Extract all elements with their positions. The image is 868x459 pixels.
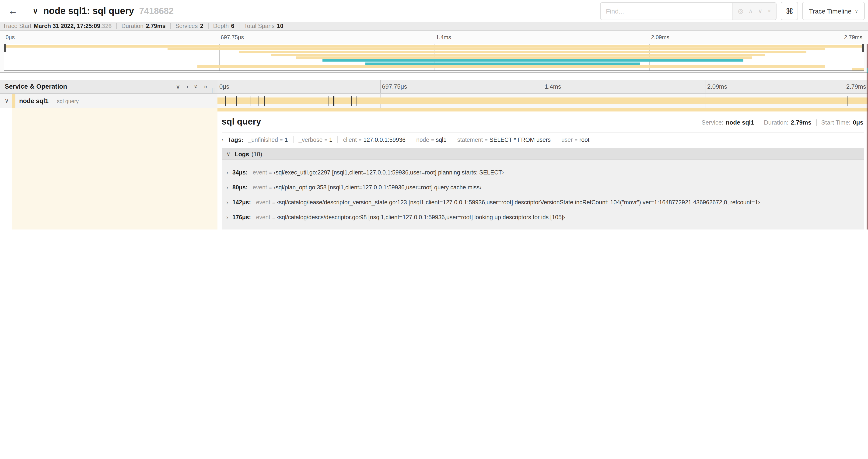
service-operation-header: Service & Operation ∨ › » » || bbox=[0, 80, 217, 94]
span-detail-area: sql query Service:node sql1Duration:2.79… bbox=[0, 108, 868, 230]
span-log-marker bbox=[357, 96, 357, 106]
back-button[interactable]: ← bbox=[0, 0, 26, 22]
span-duration-bar[interactable] bbox=[217, 97, 868, 104]
log-expand-chevron-icon[interactable]: › bbox=[226, 184, 228, 191]
locate-icon[interactable]: ◎ bbox=[738, 7, 743, 14]
tag-key: user bbox=[561, 136, 573, 143]
tag-key: statement bbox=[457, 136, 483, 143]
service-operation-label: Service & Operation bbox=[5, 80, 67, 93]
page-title: node sql1: sql query bbox=[43, 6, 134, 16]
tag-value: sql1 bbox=[436, 136, 446, 143]
next-result-icon[interactable]: ∨ bbox=[758, 7, 763, 14]
tag-equals: = bbox=[575, 137, 578, 142]
log-timestamp: 80μs: bbox=[232, 184, 248, 191]
span-row-name-cell[interactable]: ∨ node sql1 sql query bbox=[0, 94, 217, 108]
tag-divider bbox=[452, 136, 452, 143]
tag-key: _unfinished bbox=[248, 136, 278, 143]
collapse-controls: ∨ › » » bbox=[176, 80, 207, 93]
ruler-tick-label: 697.75μs bbox=[219, 31, 244, 44]
trace-title-group: ∨ node sql1: sql query 7418682 bbox=[33, 0, 174, 22]
tag-value: 1 bbox=[329, 136, 333, 143]
span-log-marker bbox=[351, 96, 352, 106]
minimap-canvas[interactable] bbox=[4, 44, 864, 71]
summary-divider bbox=[116, 23, 117, 29]
log-equals: = bbox=[269, 170, 272, 175]
log-row[interactable]: ›34μs:event=‹sql/exec_util.go:2297 [nsql… bbox=[222, 165, 864, 180]
logs-list: ›34μs:event=‹sql/exec_util.go:2297 [nsql… bbox=[222, 160, 864, 230]
find-input[interactable] bbox=[601, 3, 733, 19]
collapse-all-icon[interactable]: » bbox=[192, 85, 199, 88]
minimap-span-bar bbox=[365, 62, 640, 65]
log-field-value: ‹sql/exec_util.go:2297 [nsql1,client=127… bbox=[274, 169, 504, 176]
ruler-tick-label: 2.79ms bbox=[844, 31, 862, 44]
tags-accordion[interactable]: › Tags: _unfinished=1_verbose=1client=12… bbox=[217, 132, 864, 146]
minimap-right-scrubber[interactable] bbox=[862, 44, 864, 52]
jaeger-trace-page: ← ∨ node sql1: sql query 7418682 ◎ ∧ ∨ ×… bbox=[0, 0, 868, 230]
tag-equals: = bbox=[280, 137, 283, 142]
span-expand-chevron-icon[interactable]: ∨ bbox=[5, 94, 9, 108]
span-log-marker bbox=[333, 96, 334, 106]
span-row-timeline-cell[interactable] bbox=[217, 94, 868, 108]
tag-equals: = bbox=[359, 137, 362, 142]
span-meta: Service:node sql1Duration:2.79msStart Ti… bbox=[702, 119, 863, 126]
span-log-marker bbox=[236, 96, 237, 106]
keyboard-shortcuts-button[interactable]: ⌘ bbox=[781, 2, 798, 20]
timeline-header: Service & Operation ∨ › » » || 0μs697.75… bbox=[0, 80, 868, 94]
ruler-tick-label: 1.4ms bbox=[543, 80, 561, 93]
log-expand-chevron-icon[interactable]: › bbox=[226, 169, 228, 176]
span-log-marker bbox=[375, 96, 376, 106]
span-log-marker bbox=[251, 96, 251, 106]
expand-one-icon[interactable]: › bbox=[186, 83, 188, 90]
trace-collapse-chevron-icon[interactable]: ∨ bbox=[33, 6, 38, 15]
span-color-strip bbox=[12, 94, 16, 108]
expand-all-icon[interactable]: » bbox=[204, 83, 207, 90]
span-operation-name: sql query bbox=[57, 94, 79, 109]
meta-value: 2.79ms bbox=[791, 119, 811, 126]
tag-key: client bbox=[343, 136, 357, 143]
log-expand-chevron-icon[interactable]: › bbox=[226, 214, 228, 221]
clear-search-icon[interactable]: × bbox=[768, 7, 771, 14]
log-timestamp: 142μs: bbox=[232, 199, 251, 206]
summary-value: 2 bbox=[200, 22, 204, 30]
prev-result-icon[interactable]: ∧ bbox=[748, 7, 753, 14]
tag-divider bbox=[411, 136, 411, 143]
log-expand-chevron-icon[interactable]: › bbox=[226, 229, 228, 230]
header-toolbar: ◎ ∧ ∨ × ⌘ Trace Timeline ∨ bbox=[600, 2, 865, 20]
log-row[interactable]: ›176μs:event=‹sql/catalog/descs/descript… bbox=[222, 210, 864, 225]
meta-value: 0μs bbox=[853, 119, 863, 126]
logs-accordion: ∨ Logs (18) ›34μs:event=‹sql/exec_util.g… bbox=[222, 148, 864, 230]
summary-value: 6 bbox=[231, 22, 234, 30]
tag-value: root bbox=[579, 136, 589, 143]
column-resizer[interactable]: || bbox=[212, 87, 215, 93]
log-field-value: ‹sql/catalog/lease/descriptor_version_st… bbox=[277, 229, 762, 230]
log-row[interactable]: ›80μs:event=‹sql/plan_opt.go:358 [nsql1,… bbox=[222, 180, 864, 195]
trace-view-selector[interactable]: Trace Timeline ∨ bbox=[802, 2, 865, 20]
meta-divider bbox=[759, 119, 759, 126]
summary-value-fraction: .326 bbox=[100, 22, 112, 30]
ruler-tick-label: 2.09ms bbox=[705, 80, 727, 93]
meta-divider bbox=[816, 119, 816, 126]
span-log-marker bbox=[303, 96, 303, 106]
collapse-one-icon[interactable]: ∨ bbox=[176, 83, 180, 90]
minimap-span-bar bbox=[4, 45, 864, 47]
tags-chevron-icon: › bbox=[222, 136, 223, 143]
log-expand-chevron-icon[interactable]: › bbox=[226, 199, 228, 206]
log-field-key: event bbox=[256, 229, 270, 230]
ruler-tick-label: 0μs bbox=[217, 80, 229, 93]
tag-value: 1 bbox=[285, 136, 288, 143]
trace-view-selector-label: Trace Timeline bbox=[809, 7, 852, 15]
span-log-marker bbox=[258, 96, 259, 106]
minimap-left-scrubber[interactable] bbox=[4, 44, 6, 52]
log-row[interactable]: ›142μs:event=‹sql/catalog/lease/descript… bbox=[222, 195, 864, 210]
top-header: ← ∨ node sql1: sql query 7418682 ◎ ∧ ∨ ×… bbox=[0, 0, 868, 22]
tag-key: node bbox=[416, 136, 429, 143]
span-detail-panel: sql query Service:node sql1Duration:2.79… bbox=[217, 111, 864, 230]
tag-divider bbox=[293, 136, 293, 143]
detail-row-accent-bar bbox=[217, 108, 868, 111]
logs-header[interactable]: ∨ Logs (18) bbox=[222, 148, 864, 160]
meta-label: Service: bbox=[702, 119, 723, 126]
tag-value: SELECT * FROM users bbox=[490, 136, 551, 143]
log-row[interactable]: ›189μs:event=‹sql/catalog/lease/descript… bbox=[222, 225, 864, 230]
right-edge-scrollbar-notch bbox=[867, 68, 868, 73]
span-service-name: node sql1 bbox=[19, 94, 49, 108]
